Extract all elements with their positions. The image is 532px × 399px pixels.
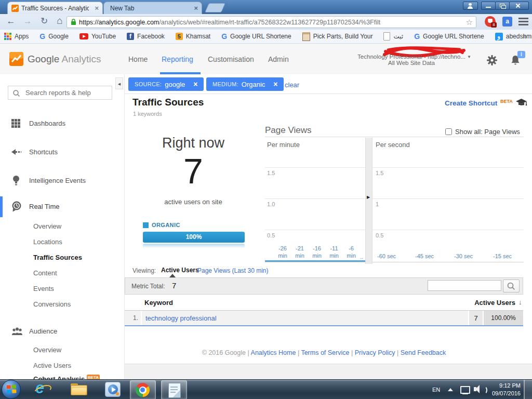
sidebar-item-audience[interactable]: Audience: [0, 324, 124, 339]
new-tab-button[interactable]: [205, 3, 225, 12]
xtick: -21min: [292, 245, 308, 259]
sidebar-item-rt-traffic-sources[interactable]: Traffic Sources: [33, 254, 82, 261]
sidebar-item-aud-overview[interactable]: Overview: [33, 346, 61, 354]
clock-date: 09/07/2016: [492, 390, 521, 396]
nav-reporting[interactable]: Reporting: [162, 55, 193, 63]
sidebar-search[interactable]: [8, 86, 112, 100]
show-all-checkbox[interactable]: [445, 128, 452, 135]
ytick: 1: [376, 201, 379, 207]
bookmarks-overflow-chevron[interactable]: »: [523, 32, 527, 41]
adblock-extension-button[interactable]: 8: [485, 16, 496, 27]
close-button[interactable]: [509, 2, 529, 10]
sidebar-item-aud-active-users[interactable]: Active Users: [33, 362, 71, 369]
viewing-tab-pageviews[interactable]: Page Views (Last 30 min): [197, 267, 269, 274]
sidebar-item-rt-locations[interactable]: Locations: [33, 238, 62, 246]
table-search-button[interactable]: [503, 280, 520, 292]
language-indicator[interactable]: EN: [432, 387, 440, 393]
bookmark-url-shortener-2[interactable]: G Google URL Shortene: [414, 32, 484, 41]
footer-link-feedback[interactable]: Send Feedback: [401, 349, 446, 356]
footer-link-terms[interactable]: Terms of Service: [301, 349, 349, 356]
metric-total-bar: Metric Total: 7: [125, 277, 523, 295]
col-keyword[interactable]: Keyword: [144, 299, 173, 307]
account-selector[interactable]: Technology Professional - http://techno.…: [356, 54, 467, 66]
a-extension-button[interactable]: a: [502, 17, 512, 26]
file-explorer-icon[interactable]: [71, 383, 87, 395]
graduation-cap-icon[interactable]: [515, 98, 527, 108]
organic-percent-bar[interactable]: 100%: [143, 232, 245, 243]
nav-admin[interactable]: Admin: [268, 55, 289, 63]
network-icon[interactable]: [460, 386, 470, 394]
back-button[interactable]: ←: [4, 15, 18, 28]
sidebar-collapse-button[interactable]: ◀: [115, 77, 123, 89]
chart-panel-divider[interactable]: ▶: [365, 138, 373, 264]
tab-close-icon[interactable]: ×: [194, 6, 198, 11]
network-icon-stand: [462, 393, 468, 394]
home-button[interactable]: ⌂: [53, 14, 66, 28]
clear-filters-link[interactable]: clear: [285, 81, 299, 89]
nav-customisation[interactable]: Customisation: [208, 55, 254, 63]
sidebar-item-rt-conversions[interactable]: Conversions: [33, 300, 71, 308]
show-all-pageviews[interactable]: Show all: Page Views: [445, 128, 520, 136]
settings-gear-icon[interactable]: [486, 55, 498, 66]
address-bar[interactable]: https://analytics.google.com/analytics/w…: [66, 16, 476, 28]
bookmark-arabic-page[interactable]: ثبت: [383, 32, 403, 41]
clock[interactable]: 9:12 PM 09/07/2016: [487, 382, 521, 397]
sidebar-item-rt-content[interactable]: Content: [33, 269, 57, 277]
person-icon: [469, 3, 472, 6]
bookmark-youtube[interactable]: YouTube: [79, 33, 116, 40]
sidebar-item-intelligence-events[interactable]: Intelligence Events: [0, 173, 124, 189]
bookmark-pcpartpicker[interactable]: Pick Parts, Build Your: [302, 32, 373, 41]
tab-close-icon[interactable]: ×: [95, 6, 99, 11]
sidebar-item-dashboards[interactable]: Dashboards: [0, 116, 124, 131]
active-users-caption: active users on site: [131, 198, 256, 206]
view-name: All Web Site Data: [388, 60, 435, 66]
brand-google: Google: [28, 54, 59, 64]
bookmark-url-shortener-1[interactable]: G Google URL Shortene: [221, 32, 291, 41]
sidebar-item-rt-events[interactable]: Events: [33, 285, 54, 292]
keyword-link[interactable]: technology professional: [145, 314, 217, 322]
minimize-button[interactable]: [481, 2, 496, 10]
bookmark-khamsat[interactable]: 5 Khamsat: [176, 33, 210, 40]
per-second-chart: Per second 1.5 1 0.5 -60 sec -45 sec -30…: [373, 138, 524, 262]
filter-chip-source[interactable]: SOURCE: google ×: [128, 77, 204, 91]
bookmark-facebook[interactable]: f Facebook: [127, 33, 165, 40]
nav-home[interactable]: Home: [128, 55, 148, 63]
col-active-users[interactable]: Active Users: [426, 299, 515, 307]
chrome-menu-button[interactable]: [518, 18, 528, 25]
restore-button[interactable]: [495, 2, 510, 10]
footer-link-privacy[interactable]: Privacy Policy: [355, 349, 395, 356]
search-input[interactable]: [24, 88, 104, 97]
beta-label: BETA: [500, 99, 513, 104]
tab-newtab[interactable]: New Tab ×: [103, 2, 202, 15]
sort-desc-icon[interactable]: ↓: [518, 298, 522, 306]
forward-button[interactable]: →: [21, 15, 34, 28]
table-search-input[interactable]: [428, 280, 501, 291]
create-shortcut-link[interactable]: Create Shortcut: [445, 99, 497, 107]
bookmark-star-icon[interactable]: ☆: [466, 18, 473, 26]
volume-icon-waves: [481, 386, 487, 394]
profile-button[interactable]: [463, 2, 478, 10]
bookmark-google[interactable]: G Google: [39, 32, 69, 41]
filter-chip-medium[interactable]: MEDIUM: Organic ×: [206, 77, 284, 91]
tab-analytics[interactable]: Traffic Sources - Analytics ×: [7, 2, 103, 15]
chip-close-icon[interactable]: ×: [193, 80, 197, 88]
media-player-icon[interactable]: [105, 382, 121, 397]
reload-button[interactable]: ↻: [37, 15, 51, 28]
chip-close-icon[interactable]: ×: [273, 80, 277, 88]
bookmark-apps[interactable]: Apps: [4, 33, 29, 40]
sidebar-item-shortcuts[interactable]: Shortcuts: [0, 144, 124, 160]
dashboards-icon: [11, 119, 20, 128]
notepad-taskbar-button[interactable]: [161, 380, 187, 399]
tray-expand-icon[interactable]: [448, 388, 453, 391]
viewing-label: Viewing:: [132, 267, 156, 274]
sidebar-item-rt-overview[interactable]: Overview: [33, 222, 61, 230]
organic-legend-swatch: [143, 222, 149, 228]
tab-title: New Tab: [110, 5, 134, 12]
gridline: [373, 198, 524, 199]
sidebar-item-real-time[interactable]: Real Time: [0, 196, 124, 217]
viewing-tab-active-users[interactable]: Active Users: [161, 267, 199, 274]
chrome-taskbar-button[interactable]: [130, 380, 156, 399]
footer-link-analytics-home[interactable]: Analytics Home: [251, 349, 296, 356]
show-desktop-button[interactable]: [524, 380, 532, 399]
start-button[interactable]: [2, 380, 21, 399]
